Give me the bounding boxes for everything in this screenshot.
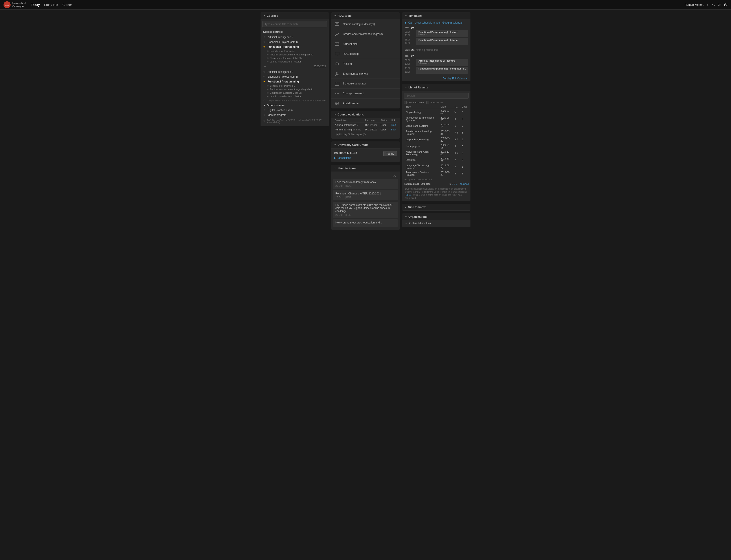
eval-link[interactable]: Start — [389, 127, 398, 132]
power-icon[interactable]: ⏻ — [724, 3, 727, 7]
year-course-fp[interactable]: ★ Functional Programming — [260, 79, 329, 84]
year-course-bachelor[interactable]: ☆ Bachelor's Project (sem I) — [260, 74, 329, 79]
year-star-cog[interactable]: ☆ — [263, 99, 266, 102]
page-2[interactable]: 2 — [452, 183, 453, 185]
eval-start-link[interactable]: Start — [391, 128, 396, 131]
tool-schedule[interactable]: Schedule generator — [331, 79, 400, 89]
university-card-header[interactable]: ▼ University Card Credit — [331, 141, 400, 148]
results-row[interactable]: Reinforcement Learning Practical 2020-01… — [404, 129, 469, 136]
star-ai2[interactable]: ☆ — [263, 36, 266, 39]
filter-passed[interactable]: Only passed — [427, 101, 444, 104]
tool-password[interactable]: Change password — [331, 89, 400, 99]
rug-tools-header[interactable]: ▼ RUG tools — [331, 12, 400, 19]
results-row[interactable]: Logical Programming 2020-01-29 6.7 5 — [404, 136, 469, 143]
ntk-header[interactable]: ▼ Need to know — [331, 165, 400, 172]
star-kopie[interactable]: ☆ — [263, 119, 266, 123]
course-item-fp[interactable]: ★ Functional Programming — [260, 44, 329, 49]
year-fp-sub-2[interactable]: ✉Clarification Exercise 2 lab 3b — [267, 91, 329, 95]
display-all-evals[interactable]: [+] Display All Messages (0) — [333, 132, 398, 137]
results-row[interactable]: Biopsychology 2020-07-03 V 5 — [404, 109, 469, 116]
year-star-fp[interactable]: ★ — [263, 80, 266, 83]
fp-sub-2[interactable]: ✉Clarification Exercise 2 lab 3b — [267, 56, 329, 60]
results-row[interactable]: Language Technology Practical 2019-06-27… — [404, 163, 469, 170]
year-star-bachelor[interactable]: ☆ — [263, 75, 266, 78]
filter-counting[interactable]: Counting result — [404, 101, 424, 104]
course-item-bachelor[interactable]: ☆ Bachelor's Project (sem I) — [260, 40, 329, 44]
tool-portal[interactable]: Portal U-order — [331, 99, 400, 108]
other-mentor[interactable]: ☆ Mentor program — [260, 113, 329, 117]
page-1[interactable]: 1 — [450, 183, 451, 185]
star-mentor[interactable]: ☆ — [263, 113, 266, 117]
nav-today[interactable]: Today — [31, 2, 40, 7]
eval-start-link[interactable]: Start — [391, 124, 396, 126]
fp-sub-0[interactable]: ✉Schedule for this week. — [267, 49, 329, 53]
tool-printing[interactable]: Printing — [331, 59, 400, 69]
fp-sub-1[interactable]: ✉Another announcement regarding lab 3b — [267, 53, 329, 56]
tt-detail-tue-0[interactable]: [Functional Programming] - lecture Mejst… — [416, 30, 468, 37]
top-up-button[interactable]: Top up — [383, 151, 397, 156]
tool-desktop[interactable]: RUG desktop — [331, 49, 400, 59]
page-3[interactable]: 3 — [454, 183, 455, 185]
results-row[interactable]: Statistics 2019-10-29 7 5 — [404, 157, 469, 163]
eval-row[interactable]: Functional Programming 16/11/2020 Open S… — [333, 127, 398, 132]
tool-enrollment[interactable]: Enrollment and photo — [331, 69, 400, 79]
results-row[interactable]: Knowledge and Agent Technology 2019-11-0… — [404, 150, 469, 157]
courses-search-input[interactable] — [262, 21, 327, 27]
ntk-item-1[interactable]: Reminder: Changes to TER 2020/2021 20 Oc… — [333, 190, 398, 200]
ical-link[interactable]: ▶ iCal - show schedule in your (Google) … — [402, 19, 471, 26]
transactions-link[interactable]: ▶Transactions — [334, 156, 397, 159]
org-item-0[interactable]: ☆ Online Minor Fair — [402, 220, 471, 226]
star-digital[interactable]: ☆ — [263, 109, 266, 112]
courses-panel-header[interactable]: ▼ Courses — [260, 12, 329, 19]
year-star-ai2[interactable]: ☆ — [263, 70, 266, 73]
course-evals-header[interactable]: ▼ Course evaluations — [331, 111, 400, 118]
tool-grades[interactable]: Grades and enrollment (Progress) — [331, 29, 400, 39]
tt-detail-thu-0[interactable]: [Artificial Intelligence 2] - lecture Sc… — [416, 59, 468, 66]
tool-course-catalogue[interactable]: Course catalogue (Ocasys) — [331, 19, 400, 29]
other-kopie[interactable]: ☆ KOPIE - EXAM - Dyslexia I - 14-01-2016… — [260, 117, 329, 124]
page-dots[interactable]: ... — [456, 183, 458, 185]
ntk-gear-icon[interactable]: ⚙ — [333, 174, 398, 179]
eval-col-desc: Description — [333, 118, 363, 123]
org-star-0[interactable]: ☆ — [405, 222, 408, 225]
ntk-item-2[interactable]: FSE: Need some extra structure and motiv… — [333, 202, 398, 218]
year-course-ai2[interactable]: ☆ Artificial Intelligence 2 — [260, 70, 329, 74]
eval-link[interactable]: Start — [389, 123, 398, 127]
year-fp-sub-3[interactable]: ✉Lab 3b is available on Nestor — [267, 95, 329, 98]
other-digital[interactable]: ☆ Digital Practice Exam — [260, 108, 329, 113]
filter-cb-counting[interactable] — [404, 101, 407, 104]
tool-mail[interactable]: Student mail — [331, 39, 400, 49]
course-item-ai2[interactable]: ☆ Artificial Intelligence 2 — [260, 35, 329, 40]
star-fp[interactable]: ★ — [263, 45, 266, 48]
other-courses-toggle[interactable]: ▼ Other courses — [260, 103, 329, 108]
eval-row[interactable]: Artificial Intelligence 2 16/11/2020 Ope… — [333, 123, 398, 127]
tt-detail-thu-1[interactable]: [Functional Programming] - computer la..… — [416, 67, 468, 74]
year-fp-sub-1[interactable]: ✉Another announcement regarding lab 3b — [267, 88, 329, 91]
nav-study-info[interactable]: Study Info — [44, 2, 58, 7]
fp-sub-3[interactable]: ✉Lab 3b is available on Nestor — [267, 60, 329, 63]
ntk-item-3[interactable]: New corona measures; education and... — [333, 219, 398, 227]
results-search-input[interactable] — [404, 93, 469, 99]
org-header[interactable]: ▼ Organizations — [402, 213, 471, 220]
ntk2-header[interactable]: ▶ Nice to know — [402, 204, 471, 211]
results-header[interactable]: ▼ List of Results — [402, 84, 471, 91]
ntk-item-0[interactable]: Face masks mandatory from today 20 Oct |… — [333, 179, 398, 189]
show-all-link[interactable]: show all — [460, 183, 469, 185]
filter-cb-passed[interactable] — [427, 101, 429, 104]
display-cal-link[interactable]: Display Full Calendar — [443, 77, 468, 80]
back-arrow[interactable]: ← — [263, 65, 266, 68]
nav-lang-en[interactable]: EN — [718, 3, 721, 6]
year-fp-sub-0[interactable]: ✉Schedule for this week. — [267, 84, 329, 88]
year-course-cog[interactable]: ☆ Cognitive Ergonomics Practical (curren… — [260, 98, 329, 103]
results-row[interactable]: Neurophysics 2020-01-15 6 5 — [404, 143, 469, 150]
results-row[interactable]: Signals and Systems 2020-06-15 V 5 — [404, 123, 469, 129]
nav-career[interactable]: Career — [62, 2, 72, 7]
results-row[interactable]: Introduction to Information Systems 2020… — [404, 116, 469, 123]
timetable-header[interactable]: ▼ Timetable — [402, 12, 471, 19]
star-bachelor[interactable]: ☆ — [263, 40, 266, 44]
tt-detail-tue-1[interactable]: [Functional Programming] - tutorial — [416, 38, 468, 45]
appeal-link[interactable]: CLRS — [406, 194, 412, 196]
nav-lang-nl[interactable]: NL — [712, 3, 715, 6]
results-row[interactable]: Autonomous Systems Practical 2019-06-26 … — [404, 170, 469, 177]
display-cal[interactable]: Display Full Calendar — [402, 75, 471, 81]
